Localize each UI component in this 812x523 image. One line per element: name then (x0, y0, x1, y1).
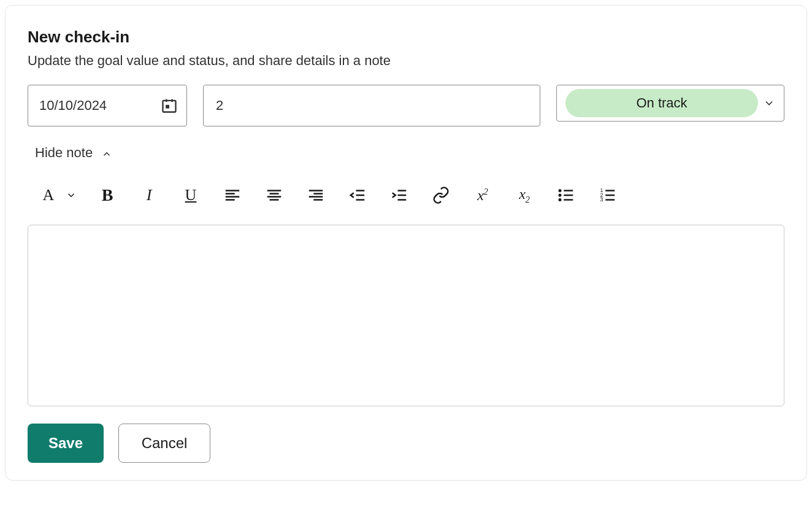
status-label: On track (636, 95, 687, 111)
chevron-down-icon (763, 97, 775, 109)
bullet-list-button[interactable] (555, 184, 577, 206)
date-value: 10/10/2024 (39, 98, 153, 114)
date-field[interactable]: 10/10/2024 (28, 85, 187, 126)
svg-point-22 (559, 190, 561, 192)
bold-button[interactable]: B (96, 184, 118, 206)
note-textarea[interactable] (28, 225, 784, 406)
cancel-button[interactable]: Cancel (118, 424, 210, 463)
font-color-button[interactable]: A (37, 184, 59, 206)
outdent-button[interactable] (347, 184, 369, 206)
chevron-up-icon (101, 147, 112, 158)
underline-button[interactable]: U (180, 184, 202, 206)
align-center-button[interactable] (263, 184, 285, 206)
numbered-list-button[interactable]: 1 2 3 (597, 184, 619, 206)
input-row: 10/10/2024 On track (28, 85, 784, 126)
hide-note-toggle[interactable]: Hide note (33, 141, 115, 165)
hide-note-label: Hide note (35, 145, 93, 161)
superscript-button[interactable]: x2 (472, 184, 494, 206)
svg-text:3: 3 (600, 196, 603, 203)
card-subtitle: Update the goal value and status, and sh… (28, 53, 784, 69)
goal-value-input[interactable] (203, 85, 540, 126)
svg-point-23 (559, 195, 561, 196)
button-row: Save Cancel (28, 424, 784, 463)
link-button[interactable] (430, 184, 452, 206)
align-left-button[interactable] (221, 184, 243, 206)
card-title: New check-in (28, 28, 784, 47)
font-color-dropdown-icon[interactable] (66, 184, 77, 206)
subscript-button[interactable]: x2 (513, 184, 535, 206)
status-pill: On track (565, 89, 758, 117)
calendar-icon[interactable] (161, 97, 178, 114)
indent-button[interactable] (388, 184, 410, 206)
editor-toolbar: A B I U (28, 184, 784, 206)
svg-rect-3 (166, 105, 169, 109)
svg-point-24 (559, 199, 561, 201)
save-button[interactable]: Save (28, 424, 104, 463)
align-right-button[interactable] (305, 184, 327, 206)
check-in-card: New check-in Update the goal value and s… (5, 5, 807, 481)
status-dropdown[interactable]: On track (556, 85, 784, 122)
italic-button[interactable]: I (138, 184, 160, 206)
